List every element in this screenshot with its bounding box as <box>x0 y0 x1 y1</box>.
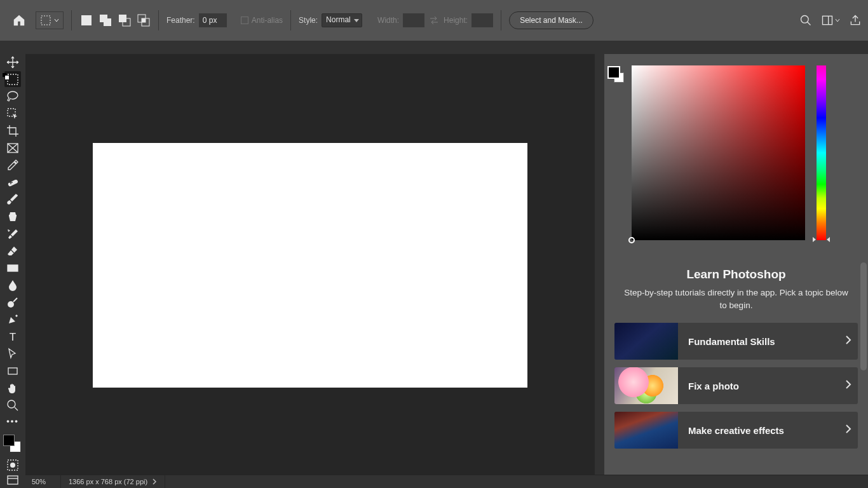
history-brush-tool[interactable] <box>4 226 21 241</box>
workspace-icon <box>821 14 834 27</box>
selection-add[interactable] <box>98 13 112 27</box>
quick-mask-toggle[interactable] <box>4 459 21 471</box>
clone-stamp-tool[interactable] <box>4 208 21 224</box>
canvas-area[interactable] <box>25 54 595 475</box>
foreground-background-swatches[interactable] <box>3 435 22 454</box>
blur-tool[interactable] <box>4 277 21 293</box>
healing-brush-tool[interactable] <box>4 174 21 190</box>
zoom-level[interactable]: 50% <box>25 475 61 488</box>
svg-rect-3 <box>104 18 111 26</box>
learn-card-title: Fundamental Skills <box>678 336 839 347</box>
gradient-tool[interactable] <box>4 260 21 276</box>
selection-intersect[interactable] <box>137 13 151 27</box>
type-tool[interactable]: T <box>4 329 21 344</box>
right-panels: Learn Photoshop Step-by-step tutorials d… <box>604 54 868 475</box>
frame-tool[interactable] <box>4 140 21 156</box>
home-icon <box>12 13 26 27</box>
rectangle-tool[interactable] <box>4 363 21 379</box>
top-right-icons <box>799 14 862 27</box>
brush-tool[interactable] <box>4 191 21 207</box>
search-icon[interactable] <box>799 14 812 27</box>
options-bar: Feather: Anti-alias Style: Normal Width:… <box>0 0 868 41</box>
feather-input[interactable] <box>199 13 227 27</box>
scrollbar-thumb[interactable] <box>860 262 867 370</box>
svg-point-24 <box>8 301 14 308</box>
svg-rect-0 <box>41 16 50 25</box>
learn-card-fundamental-skills[interactable]: Fundamental Skills <box>614 323 858 360</box>
dodge-tool[interactable] <box>4 294 21 310</box>
svg-point-9 <box>801 16 809 24</box>
tools-panel: T ••• <box>0 54 25 454</box>
style-select[interactable]: Normal <box>322 13 362 27</box>
learn-002dthumb <box>614 323 678 360</box>
learn-thumb <box>614 367 678 404</box>
separator <box>71 10 72 30</box>
foreground-color-chip[interactable] <box>607 66 620 79</box>
tool-preset-button[interactable] <box>36 11 64 29</box>
default-colors-button[interactable] <box>3 73 9 79</box>
crop-tool[interactable] <box>4 123 21 139</box>
sv-cursor-icon <box>628 237 635 243</box>
eraser-tool[interactable] <box>4 243 21 259</box>
workspace-switcher[interactable] <box>821 14 840 27</box>
svg-rect-18 <box>8 179 18 186</box>
height-label: Height: <box>444 16 468 25</box>
learn-thumb <box>614 412 678 449</box>
chevron-right-icon <box>839 335 858 348</box>
svg-rect-11 <box>823 16 832 24</box>
chevron-down-icon <box>54 18 59 23</box>
height-input <box>471 13 493 27</box>
feather-label: Feather: <box>166 16 195 25</box>
width-label: Width: <box>377 16 399 25</box>
saturation-value-picker[interactable] <box>632 65 805 240</box>
path-selection-tool[interactable] <box>4 346 21 362</box>
selection-subtract[interactable] <box>118 13 132 27</box>
svg-point-31 <box>10 463 15 468</box>
selection-mode-group <box>79 13 151 27</box>
artboard[interactable] <box>93 143 527 388</box>
learn-panel: Learn Photoshop Step-by-step tutorials d… <box>604 257 868 475</box>
anti-alias-option: Anti-alias <box>241 16 283 25</box>
hue-thumb-icon <box>827 237 830 242</box>
svg-point-28 <box>8 400 15 408</box>
svg-line-29 <box>15 407 18 410</box>
chevron-right-icon <box>839 379 858 392</box>
separator <box>290 10 291 30</box>
learn-card-title: Make creative effects <box>678 425 839 436</box>
pen-tool[interactable] <box>4 311 21 327</box>
separator <box>501 10 501 30</box>
screen-mode-tools <box>0 459 25 488</box>
swap-dimensions-icon <box>428 15 440 26</box>
select-and-mask-button[interactable]: Select and Mask... <box>509 11 593 29</box>
chevron-right-icon <box>839 424 858 437</box>
learn-card-fix-a-photo[interactable]: Fix a photo <box>614 367 858 404</box>
chevron-right-icon <box>153 478 157 485</box>
share-icon[interactable] <box>849 14 862 27</box>
foreground-color-swatch[interactable] <box>3 435 15 446</box>
move-tool[interactable] <box>4 54 21 70</box>
separator <box>158 10 159 30</box>
edit-toolbar-button[interactable]: ••• <box>4 414 21 427</box>
lasso-tool[interactable] <box>4 88 21 104</box>
eyedropper-tool[interactable] <box>4 157 21 173</box>
style-label: Style: <box>299 16 318 25</box>
color-panel-swatches[interactable] <box>607 66 627 85</box>
home-button[interactable] <box>6 8 32 33</box>
screen-mode-button[interactable] <box>4 474 21 487</box>
chevron-down-icon <box>835 18 840 23</box>
svg-rect-1 <box>81 15 92 25</box>
quick-selection-tool[interactable] <box>4 105 21 121</box>
color-panel <box>604 54 868 257</box>
svg-rect-8 <box>142 18 146 22</box>
marquee-icon <box>40 15 51 26</box>
svg-rect-32 <box>8 476 18 484</box>
hand-tool[interactable] <box>4 380 21 396</box>
document-dimensions[interactable]: 1366 px x 768 px (72 ppi) <box>61 475 165 488</box>
selection-new[interactable] <box>79 13 93 27</box>
hue-slider[interactable] <box>817 65 826 240</box>
svg-rect-13 <box>8 74 18 85</box>
zoom-tool[interactable] <box>4 397 21 413</box>
learn-card-creative-effects[interactable]: Make creative effects <box>614 412 858 449</box>
learn-heading: Learn Photoshop <box>614 268 858 281</box>
checkbox-icon <box>241 17 248 24</box>
